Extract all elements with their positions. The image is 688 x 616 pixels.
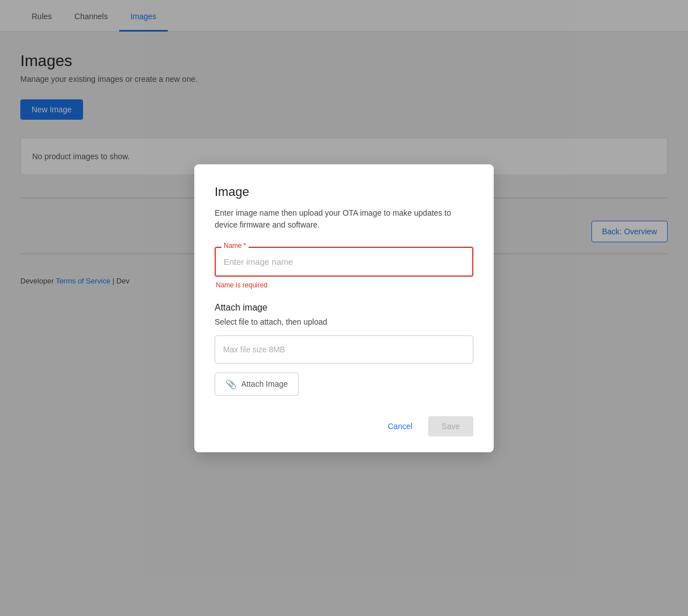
- modal-title: Image: [215, 185, 473, 199]
- page-background: Rules Channels Images Images Manage your…: [0, 0, 688, 616]
- name-label: Name *: [221, 242, 249, 250]
- attach-image-subtitle: Select file to attach, then upload: [215, 317, 473, 326]
- save-button[interactable]: Save: [428, 416, 473, 436]
- modal-footer: Cancel Save: [215, 416, 473, 436]
- modal-dialog: Image Enter image name then upload your …: [194, 164, 494, 452]
- file-input-box: Max file size 8MB: [215, 335, 473, 364]
- name-field-group: Name *: [215, 247, 473, 277]
- attach-button-label: Attach Image: [241, 379, 288, 388]
- name-input[interactable]: [215, 247, 473, 277]
- name-error-message: Name is required: [216, 281, 473, 289]
- cancel-button[interactable]: Cancel: [378, 416, 421, 436]
- attach-image-button[interactable]: 📎 Attach Image: [215, 373, 299, 396]
- modal-overlay: Image Enter image name then upload your …: [0, 0, 688, 616]
- modal-description: Enter image name then upload your OTA im…: [215, 207, 473, 231]
- attach-image-title: Attach image: [215, 303, 473, 313]
- paperclip-icon: 📎: [225, 379, 237, 390]
